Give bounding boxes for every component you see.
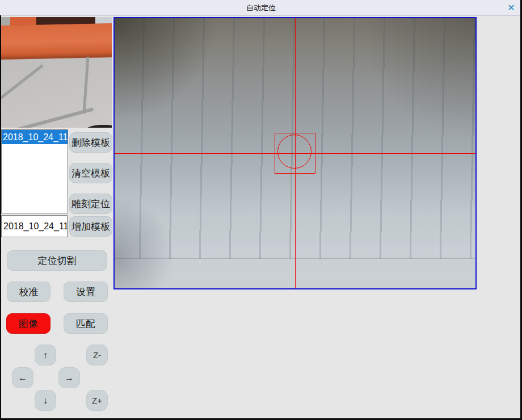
thumb-tile-line [1,64,43,99]
titlebar[interactable]: 自动定位 ✕ [0,0,522,16]
jog-z-plus-button[interactable]: Z+ [86,390,108,411]
locate-cut-button[interactable]: 定位切割 [7,250,107,271]
thumb-orange-beam [1,23,112,60]
list-item[interactable]: 2018_10_24_11 [2,130,68,144]
jog-left-button[interactable]: ← [12,367,33,388]
jog-up-button[interactable]: ↑ [35,345,56,366]
thumb-tile-line [1,107,94,128]
window-border-left [0,15,1,420]
clear-templates-button[interactable]: 清空模板 [69,163,112,183]
template-list[interactable]: 2018_10_24_11 [1,129,68,213]
thumb-dark-object [76,125,112,128]
thumb-tile-line [83,57,90,114]
roi-circle [277,135,311,169]
template-thumbnail [1,17,112,128]
jog-right-button[interactable]: → [58,367,80,388]
template-name-input[interactable] [1,215,68,237]
delete-template-button[interactable]: 删除模板 [69,132,112,153]
calibrate-button[interactable]: 校准 [7,282,50,302]
close-icon[interactable]: ✕ [504,2,518,14]
camera-image [115,18,475,288]
settings-button[interactable]: 设置 [64,282,108,302]
add-template-button[interactable]: 增加模板 [69,216,112,237]
engrave-locate-button[interactable]: 雕刻定位 [69,194,112,214]
match-button[interactable]: 匹配 [64,313,108,334]
window-title: 自动定位 [0,0,522,15]
camera-view[interactable] [113,17,477,289]
jog-down-button[interactable]: ↓ [35,390,56,411]
auto-locate-window: 自动定位 ✕ 2018_10_24_11 删除模板 清空模板 雕刻定位 增加模板… [0,0,522,420]
jog-z-minus-button[interactable]: Z- [86,345,108,366]
image-button[interactable]: 图像 [6,313,50,334]
